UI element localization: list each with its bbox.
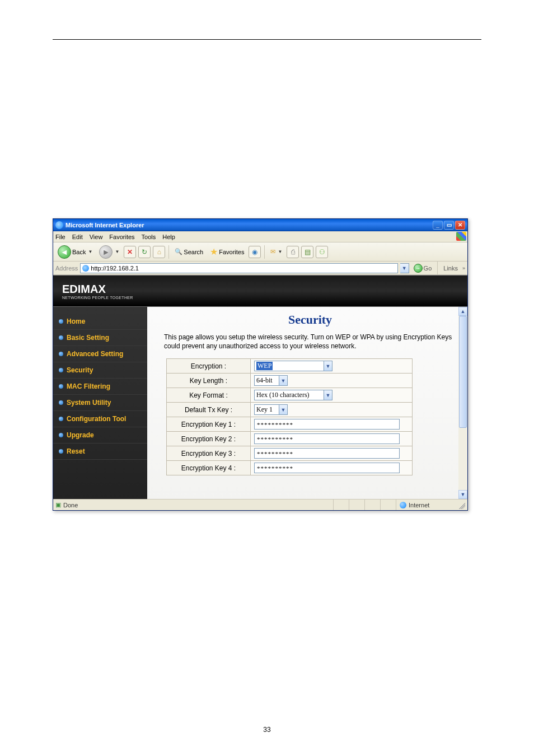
home-icon: ⌂: [157, 248, 161, 256]
search-icon: 🔍: [175, 248, 182, 255]
go-button[interactable]: → Go: [411, 263, 434, 273]
settings-table: Encryption : WEP ▼ Key Length : 64: [166, 358, 413, 475]
sidebar-item-configuration-tool[interactable]: Configuration Tool: [53, 411, 147, 427]
mail-icon: ✉: [270, 248, 275, 255]
windows-logo-icon: [456, 232, 466, 241]
sidebar-item-advanced-setting[interactable]: Advanced Setting: [53, 346, 147, 362]
encryption-key-3-value: **********: [257, 450, 293, 457]
page-number: 33: [0, 726, 534, 734]
close-button[interactable]: ✕: [455, 221, 465, 230]
discuss-button[interactable]: ⚇: [316, 246, 328, 258]
address-bar: Address http://192.168.2.1 ▼ → Go Links …: [53, 262, 467, 275]
label-default-tx-key: Default Tx Key :: [167, 403, 251, 417]
status-zone: Internet: [396, 500, 457, 510]
menu-file[interactable]: File: [55, 234, 65, 240]
media-button[interactable]: ◉: [249, 246, 261, 258]
encryption-select[interactable]: WEP ▼: [254, 361, 332, 371]
key-format-select[interactable]: Hex (10 characters) ▼: [254, 390, 332, 400]
print-button[interactable]: ⎙: [287, 246, 299, 258]
sidebar-item-mac-filtering[interactable]: MAC Filtering: [53, 379, 147, 395]
menu-bar: File Edit View Favorites Tools Help: [53, 231, 467, 242]
menu-tools[interactable]: Tools: [142, 234, 156, 240]
star-icon: ★: [210, 246, 218, 257]
label-encryption: Encryption :: [167, 359, 251, 374]
resize-grip-icon[interactable]: [457, 501, 465, 509]
key-length-select[interactable]: 64-bit ▼: [254, 375, 288, 386]
address-input[interactable]: http://192.168.2.1: [80, 263, 397, 273]
mail-button[interactable]: ✉▼: [268, 247, 284, 256]
page-icon: [82, 265, 89, 272]
status-cell: [364, 500, 380, 510]
chevron-down-icon: ▼: [115, 249, 119, 254]
encryption-key-4-input[interactable]: **********: [254, 463, 400, 473]
sidebar-item-home[interactable]: Home: [53, 314, 147, 330]
sidebar-item-label: Security: [67, 366, 93, 374]
maximize-button[interactable]: ▭: [444, 221, 454, 230]
row-encryption-key-3: Encryption Key 3 : **********: [167, 446, 413, 461]
window-title: Microsoft Internet Explorer: [65, 222, 433, 228]
sidebar-item-label: Reset: [67, 447, 85, 455]
window-titlebar[interactable]: Microsoft Internet Explorer _ ▭ ✕: [53, 219, 467, 231]
scroll-track[interactable]: [458, 316, 467, 490]
back-label: Back: [72, 249, 86, 255]
bullet-icon: [59, 352, 63, 356]
scroll-up-button[interactable]: ▲: [458, 307, 467, 316]
separator: [168, 245, 169, 259]
content-body: Home Basic Setting Advanced Setting Secu…: [53, 307, 467, 499]
default-tx-key-select[interactable]: Key 1 ▼: [254, 404, 288, 415]
encryption-key-1-input[interactable]: **********: [254, 419, 400, 430]
sidebar-item-system-utility[interactable]: System Utility: [53, 395, 147, 411]
menu-help[interactable]: Help: [162, 234, 175, 240]
sidebar-item-security[interactable]: Security: [53, 362, 147, 379]
sidebar-item-label: MAC Filtering: [67, 382, 110, 390]
status-cell: [333, 500, 349, 510]
label-key-format: Key Format :: [167, 388, 251, 403]
label-encryption-key-2: Encryption Key 2 :: [167, 432, 251, 446]
sidebar-item-basic-setting[interactable]: Basic Setting: [53, 330, 147, 346]
edit-button[interactable]: ▤: [301, 246, 313, 258]
refresh-button[interactable]: ↻: [138, 246, 151, 258]
chevron-down-icon: ▼: [324, 361, 332, 371]
forward-button[interactable]: ► ▼: [97, 244, 121, 260]
content-viewport: EDIMAX NETWORKING PEOPLE TOGETHER Home B…: [53, 275, 467, 499]
encryption-key-2-input[interactable]: **********: [254, 433, 400, 444]
sidebar-item-label: Upgrade: [67, 431, 94, 439]
sidebar-item-upgrade[interactable]: Upgrade: [53, 427, 147, 444]
bullet-icon: [59, 433, 63, 437]
encryption-key-4-value: **********: [257, 465, 293, 472]
separator: [264, 245, 265, 259]
forward-arrow-icon: ►: [99, 245, 113, 259]
chevron-down-icon: ▼: [88, 249, 92, 254]
back-arrow-icon: ◄: [58, 245, 71, 259]
print-icon: ⎙: [291, 248, 295, 256]
back-button[interactable]: ◄ Back ▼: [55, 244, 95, 260]
minimize-button[interactable]: _: [433, 221, 443, 230]
links-label: Links: [441, 265, 460, 272]
encryption-key-3-input[interactable]: **********: [254, 448, 400, 459]
search-label: Search: [184, 249, 203, 255]
status-zone-text: Internet: [409, 502, 429, 508]
row-encryption: Encryption : WEP ▼: [167, 359, 413, 374]
favorites-button[interactable]: ★ Favorites: [208, 245, 246, 258]
encryption-value: WEP: [256, 362, 273, 370]
scroll-thumb[interactable]: [459, 316, 467, 428]
scroll-down-button[interactable]: ▼: [458, 490, 467, 499]
vertical-scrollbar[interactable]: ▲ ▼: [458, 307, 467, 499]
brand-logo: EDIMAX NETWORKING PEOPLE TOGETHER: [62, 283, 133, 300]
status-bar: ▣ Done Internet: [53, 499, 467, 510]
bullet-icon: [59, 449, 63, 454]
search-button[interactable]: 🔍 Search: [172, 247, 205, 256]
menu-favorites[interactable]: Favorites: [109, 234, 134, 240]
stop-button[interactable]: ✕: [124, 246, 136, 258]
label-encryption-key-1: Encryption Key 1 :: [167, 417, 251, 432]
row-key-format: Key Format : Hex (10 characters) ▼: [167, 388, 413, 403]
home-button[interactable]: ⌂: [153, 246, 165, 258]
menu-edit[interactable]: Edit: [72, 234, 83, 240]
edit-icon: ▤: [305, 248, 311, 256]
go-arrow-icon: →: [414, 264, 423, 273]
address-dropdown-button[interactable]: ▼: [400, 263, 409, 273]
status-cell: [380, 500, 396, 510]
menu-view[interactable]: View: [90, 234, 103, 240]
sidebar-item-reset[interactable]: Reset: [53, 444, 147, 460]
row-default-tx-key: Default Tx Key : Key 1 ▼: [167, 403, 413, 417]
